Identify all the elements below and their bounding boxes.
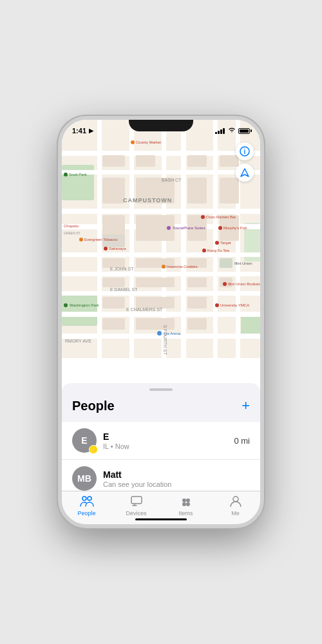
drag-handle [149,388,173,391]
tab-items[interactable]: Items [161,495,211,516]
street-h5 [62,252,260,257]
street-h6 [62,272,260,276]
poi-target: Target [215,241,231,245]
person-list: E ⭐ E IL • Now 0 mi MB Matt [62,422,260,497]
status-time: 1:41 ▶ [72,127,93,135]
map-area[interactable]: CAMPUSTOWN County Market Scott Park Chop… [62,120,260,358]
street-rmory: RMORY AVE [65,339,91,343]
street-v4 [181,120,186,358]
bottom-sheet: People + E ⭐ E IL • Now 0 mi [62,383,260,497]
add-person-button[interactable]: + [242,397,250,414]
svg-point-3 [82,497,86,500]
poi-chopstix: Chopstix [64,224,79,228]
tab-devices-label: Devices [126,510,146,516]
person-matt-name: Matt [103,469,250,480]
person-e-sub: IL • Now [103,442,234,450]
street-h7 [62,291,260,296]
poi-illini-union: Illini Union [234,261,252,265]
tab-items-label: Items [178,510,193,516]
svg-point-4 [88,497,91,500]
street-h3 [62,209,260,214]
svg-point-8 [182,502,186,506]
svg-point-6 [182,498,186,502]
phone-screen: 1:41 ▶ [62,120,260,524]
svg-point-9 [186,502,190,506]
svg-text:i: i [244,148,246,155]
person-item-e[interactable]: E ⭐ E IL • Now 0 mi [62,422,260,460]
people-tab-icon [80,495,94,509]
poi-green-st: GREEN ST [64,231,80,235]
poi-insomnia: Insomnia Cookies [162,265,198,269]
street-v2 [129,120,134,358]
person-matt-sub: Can see your location [103,480,250,488]
poi-sakanaya: Sakanaya [104,247,126,251]
poi-scott-park: Scott Park [64,173,87,176]
poi-bookstore: Illini Union Bookstore [223,282,260,286]
status-icons [215,128,250,135]
tab-me[interactable]: Me [211,495,260,516]
items-tab-icon [179,495,193,509]
tab-people[interactable]: People [62,495,111,516]
avatar-e-initial: E [81,435,87,446]
street-v5 [213,120,218,358]
signal-bars-icon [215,128,225,134]
map-background: CAMPUSTOWN County Market Scott Park Chop… [62,120,260,358]
washington-park [62,294,97,326]
location-arrow-icon: ▶ [89,128,93,134]
person-matt-info: Matt Can see your location [103,469,250,488]
poi-county-market: County Market [131,140,161,144]
tab-devices[interactable]: Devices [111,495,161,516]
tab-people-label: People [77,510,95,516]
svg-point-10 [233,497,238,502]
person-e-distance: 0 mi [234,436,250,446]
svg-rect-5 [131,497,142,504]
phone-frame: 1:41 ▶ [58,116,264,528]
person-e-info: E IL • Now [103,431,234,450]
poi-oozu: Oozu Ramen Bar [201,215,236,219]
star-badge: ⭐ [89,445,98,454]
street-h2 [62,170,260,175]
poi-washington-park: Washington Park [64,303,99,307]
street-h8 [62,312,260,317]
map-locate-button[interactable] [236,164,254,182]
poi-kungfutea: Kung Fu Tea [202,249,229,252]
devices-tab-icon [129,495,144,509]
avatar-mb: MB [72,466,97,491]
sheet-title: People [72,399,115,413]
time-display: 1:41 [72,127,86,135]
poi-evergreen: Evergreen Tobacco [79,238,118,242]
person-e-name: E [103,431,234,442]
poi-towneplace: TownePlace Suites [167,226,205,230]
poi-ice-arena: Ice Arena [157,331,180,336]
me-tab-icon [229,495,243,509]
map-info-button[interactable]: i [236,142,254,160]
campustown-label: CAMPUSTOWN [123,197,172,204]
poi-murphys: Murphy's Pub [218,226,247,230]
sheet-header: People + [62,397,260,422]
svg-marker-2 [241,169,249,176]
avatar-mb-initial: MB [77,473,91,484]
home-indicator [135,518,187,520]
wifi-icon [228,128,236,135]
poi-ymca: University YMCA [215,303,249,307]
avatar-e: E ⭐ [72,428,97,453]
svg-point-7 [186,498,190,502]
tab-me-label: Me [231,510,240,516]
battery-icon [238,128,250,134]
notch [129,120,193,131]
